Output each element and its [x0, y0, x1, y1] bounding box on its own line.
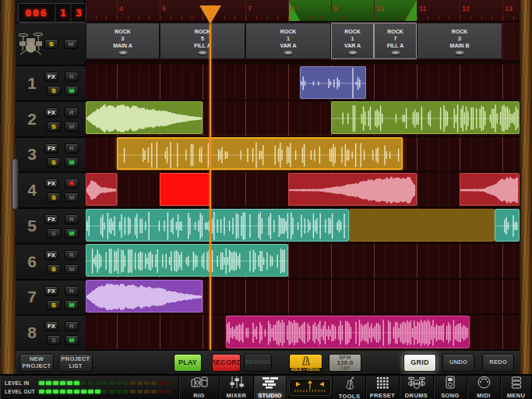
record-arm-button[interactable]: R [65, 143, 79, 154]
dock-item-mixer[interactable]: MIXER [220, 376, 254, 399]
audio-clip[interactable] [226, 316, 470, 348]
dock-item-preset[interactable]: PRESET [366, 376, 400, 399]
drum-pattern-lane[interactable]: ROCK3MAIN AROCK5FILL AROCK1VAR AROCK1VAR… [86, 22, 520, 62]
track-header-row: 7FXRSM [16, 279, 86, 315]
audio-clip[interactable] [288, 173, 417, 206]
drum-pattern-block[interactable]: ROCK1VAR A [245, 23, 331, 59]
metronome-hold-visual-button[interactable]: HOLD > VISUAL [289, 354, 322, 372]
dock-item-song[interactable]: SONG [434, 376, 467, 399]
ruler-tick [310, 16, 311, 19]
bpm-tap-button[interactable]: BPM 120.0 TAP [329, 354, 361, 372]
project-list-button[interactable]: PROJECT LIST [58, 354, 93, 372]
solo-button[interactable]: S [47, 157, 61, 168]
dock-item-midi[interactable]: MIDI [467, 376, 501, 399]
audio-clip[interactable] [86, 244, 288, 277]
record-arm-button[interactable]: R [65, 286, 79, 296]
drum-pattern-block[interactable]: ROCK5FILL A [160, 23, 245, 59]
fx-button[interactable]: FX [44, 72, 58, 82]
mute-button[interactable]: M [65, 86, 79, 96]
timeline-ruler[interactable]: 45678910111213 [86, 0, 520, 22]
ruler-tick [277, 16, 278, 19]
drum-pattern-block[interactable]: ROCK3MAIN B [417, 23, 502, 59]
audio-clip[interactable] [86, 173, 117, 206]
menu-icon [511, 376, 522, 392]
record-arm-button[interactable]: R [65, 72, 79, 82]
fx-button[interactable]: FX [44, 321, 58, 331]
ruler-tick [502, 16, 503, 19]
audio-clip[interactable] [117, 137, 403, 170]
meter-segment [151, 381, 157, 385]
record-arm-button[interactable]: R [65, 321, 79, 331]
play-button[interactable]: PLAY [174, 354, 202, 372]
solo-button[interactable]: S [47, 86, 61, 96]
counter-beat-display: 1 [55, 4, 70, 22]
mute-button[interactable]: M [65, 192, 79, 203]
record-arm-button[interactable]: R [65, 178, 79, 189]
solo-button[interactable]: S [47, 122, 61, 132]
recording-clip[interactable] [160, 173, 210, 206]
mute-button[interactable]: M [65, 157, 79, 168]
pattern-variant: FILL A [375, 42, 416, 49]
meter-segment [151, 390, 157, 394]
playhead-line[interactable] [210, 5, 211, 350]
solo-button[interactable]: S [47, 228, 61, 238]
dock-item-tuner[interactable] [287, 376, 333, 399]
solo-button[interactable]: S [47, 192, 61, 203]
record-arm-button[interactable]: R [65, 214, 79, 224]
pattern-grip-icon [199, 51, 207, 55]
dock-item-tools[interactable]: TOOLS [333, 376, 366, 399]
audio-clip[interactable] [86, 280, 203, 312]
dock-item-label: SONG [441, 392, 460, 399]
level-meters-panel: LEVEL INLEVEL OUT [0, 376, 179, 399]
audio-clip[interactable] [349, 209, 495, 242]
meter-segment [81, 381, 86, 385]
audio-clip[interactable] [460, 173, 520, 206]
tuner-display[interactable] [289, 379, 331, 396]
rig-icon [191, 376, 208, 392]
fx-button[interactable]: FX [44, 286, 58, 296]
mute-button[interactable]: M [65, 335, 79, 345]
record-arm-button[interactable]: R [65, 108, 79, 118]
dock-item-label: PRESET [370, 392, 395, 399]
record-arm-button[interactable]: R [65, 250, 79, 260]
solo-button[interactable]: S [47, 300, 61, 310]
drum-pattern-block[interactable]: ROCK3MAIN A [86, 23, 160, 59]
fx-button[interactable]: FX [44, 143, 58, 154]
fx-button[interactable]: FX [44, 178, 58, 189]
redo-button[interactable]: REDO [482, 354, 514, 372]
audio-clip[interactable] [86, 209, 349, 242]
new-project-button[interactable]: NEW PROJECT [19, 354, 54, 372]
audio-clip[interactable] [331, 101, 520, 134]
mute-button[interactable]: M [65, 228, 79, 238]
mute-button[interactable]: M [65, 300, 79, 310]
drum-pattern-block[interactable]: ROCK7FILL A [374, 23, 417, 59]
playhead-marker[interactable] [199, 5, 221, 24]
audio-clip[interactable] [300, 66, 366, 99]
meter-segment [158, 390, 164, 394]
grid-toggle-button[interactable]: GRID [403, 354, 436, 372]
dock-item-rig[interactable]: RIG [179, 376, 220, 399]
tracks-area[interactable] [86, 62, 520, 350]
drum-solo-button[interactable]: S [44, 39, 58, 49]
solo-button[interactable]: S [47, 335, 61, 345]
fx-button[interactable]: FX [44, 108, 58, 118]
level-out-meter: LEVEL OUT [5, 387, 172, 396]
record-button[interactable]: RECORD [212, 354, 241, 372]
dock-item-drums[interactable]: DRUMS [400, 376, 434, 399]
undo-button[interactable]: UNDO [442, 354, 474, 372]
drum-mute-button[interactable]: M [64, 39, 78, 49]
dock-item-menu[interactable]: MENU [501, 376, 532, 399]
dock-item-studio[interactable]: STUDIO [254, 376, 287, 399]
fx-button[interactable]: FX [44, 250, 58, 260]
mute-button[interactable]: M [65, 264, 79, 274]
pattern-name: ROCK [160, 28, 245, 35]
audio-clip[interactable] [495, 209, 520, 242]
drum-pattern-block[interactable]: ROCK1VAR A [331, 23, 374, 59]
rewind-button[interactable]: REWIND [244, 354, 272, 372]
song-icon [446, 376, 455, 392]
mute-button[interactable]: M [65, 122, 79, 132]
audio-clip[interactable] [86, 101, 203, 134]
fx-button[interactable]: FX [44, 214, 58, 224]
solo-button[interactable]: S [47, 264, 61, 274]
vertical-scrollbar-thumb[interactable] [12, 158, 19, 210]
